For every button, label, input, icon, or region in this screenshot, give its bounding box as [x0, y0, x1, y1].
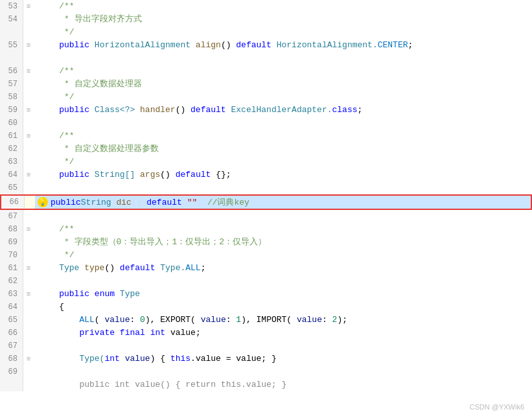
token: default — [236, 40, 272, 50]
line-number: 65 — [0, 181, 23, 194]
token: final — [120, 328, 145, 338]
fold-icon[interactable] — [23, 275, 34, 288]
fold-icon[interactable]: ≡ — [23, 168, 34, 181]
fold-icon[interactable] — [23, 249, 34, 262]
line-content: * 自定义数据处理器 — [34, 78, 532, 91]
token: Type( — [39, 354, 104, 364]
code-line: 53≡ /** — [0, 0, 532, 13]
token: () — [221, 40, 236, 50]
fold-icon[interactable]: ≡ — [23, 0, 34, 13]
line-content: public enum Type — [34, 288, 532, 301]
line-content: * 字段类型（0：导出导入；1：仅导出；2：仅导入） — [34, 236, 532, 249]
fold-icon[interactable] — [23, 143, 34, 156]
fold-icon[interactable]: ≡ — [23, 352, 34, 365]
token — [120, 354, 125, 364]
token: int — [150, 328, 165, 338]
token: enum — [95, 289, 115, 299]
code-editor: 53≡ /**54 * 导出字段对齐方式 */55≡ public Horizo… — [0, 0, 532, 416]
token: default — [120, 263, 156, 273]
token: value — [125, 354, 150, 364]
token: Type — [39, 263, 84, 273]
line-number: 57 — [0, 78, 23, 91]
fold-icon[interactable] — [23, 52, 34, 65]
token: value — [297, 315, 322, 325]
fold-icon[interactable] — [23, 117, 34, 130]
token: () — [160, 170, 175, 179]
fold-icon[interactable]: ≡ — [23, 288, 34, 301]
token: this — [170, 354, 191, 364]
token: HorizontalAlignment — [89, 40, 196, 50]
code-line: 61≡ /** — [0, 130, 532, 143]
line-number — [0, 378, 23, 391]
line-number: 66 — [1, 196, 25, 209]
line-number: 63 — [0, 156, 23, 168]
fold-icon[interactable] — [23, 210, 34, 223]
token: type — [84, 263, 104, 273]
fold-icon[interactable] — [23, 327, 34, 340]
fold-icon[interactable]: ≡ — [23, 130, 34, 143]
line-number: 64 — [0, 301, 23, 314]
fold-icon[interactable] — [23, 13, 34, 26]
fold-icon[interactable]: ≡ — [23, 39, 34, 52]
fold-icon[interactable]: ≡ — [23, 262, 34, 275]
keyword: public — [51, 198, 81, 207]
token: Class<?> — [89, 105, 140, 115]
fold-icon[interactable] — [23, 91, 34, 104]
token: .value = value; } — [191, 354, 277, 364]
code-line: 68≡ Type(int value) { this.value = value… — [0, 352, 532, 365]
line-number: 69 — [0, 365, 23, 378]
token: () — [176, 105, 191, 115]
fold-icon[interactable] — [23, 26, 34, 39]
watermark: CSDN @YXWik6 — [469, 403, 524, 411]
fold-icon[interactable]: ≡ — [23, 65, 34, 78]
line-content — [34, 275, 532, 288]
line-content: * 导出字段对齐方式 — [34, 13, 532, 26]
line-number: 61 — [0, 130, 23, 143]
code-line: 55≡ public HorizontalAlignment align() d… — [0, 39, 532, 52]
code-line: 70 */ — [0, 249, 532, 262]
token — [39, 170, 59, 179]
token: ; — [408, 40, 413, 50]
line-number: 60 — [0, 117, 23, 130]
code-text: String dic() default ""; //词典key — [81, 196, 249, 208]
token: 0 — [140, 315, 145, 325]
fold-icon[interactable]: ≡ — [23, 104, 34, 117]
fold-icon[interactable] — [23, 301, 34, 314]
code-line: 58 */ — [0, 91, 532, 104]
line-number: 66 — [0, 327, 23, 340]
fold-icon[interactable] — [23, 340, 34, 352]
token: ; — [201, 263, 206, 273]
fold-icon[interactable] — [23, 236, 34, 249]
line-content: ALL( value: 0), EXPORT( value: 1), IMPOR… — [34, 314, 532, 327]
code-line: 61≡ Type type() default Type.ALL; — [0, 262, 532, 275]
token: */ — [39, 27, 75, 37]
token: int — [104, 354, 119, 364]
token: Type. — [155, 263, 185, 273]
line-number: 61 — [0, 262, 23, 275]
code-line: 67 — [0, 210, 532, 223]
token: /** — [39, 1, 75, 11]
token: ) { — [150, 354, 170, 364]
token — [39, 328, 79, 338]
fold-icon[interactable] — [23, 181, 34, 194]
line-number: 65 — [0, 314, 23, 327]
token: */ — [39, 250, 75, 260]
token: ExcelHandlerAdapter. — [226, 105, 332, 115]
fold-icon[interactable] — [23, 314, 34, 327]
fold-icon[interactable] — [23, 365, 34, 378]
token: ( — [95, 315, 105, 325]
line-content: */ — [34, 91, 532, 104]
lightbulb-icon[interactable]: 💡 — [38, 197, 48, 207]
token: /** — [39, 66, 75, 76]
fold-icon[interactable] — [23, 156, 34, 168]
fold-icon[interactable] — [23, 78, 34, 91]
token: private — [79, 328, 115, 338]
token: value — [104, 315, 130, 325]
token — [39, 105, 59, 115]
token — [39, 40, 59, 50]
fold-icon[interactable]: ≡ — [23, 223, 34, 236]
fold-icon[interactable] — [23, 378, 34, 391]
fold-icon[interactable] — [25, 196, 35, 209]
line-number: 54 — [0, 13, 23, 26]
code-line: 66 private final int value; — [0, 327, 532, 340]
